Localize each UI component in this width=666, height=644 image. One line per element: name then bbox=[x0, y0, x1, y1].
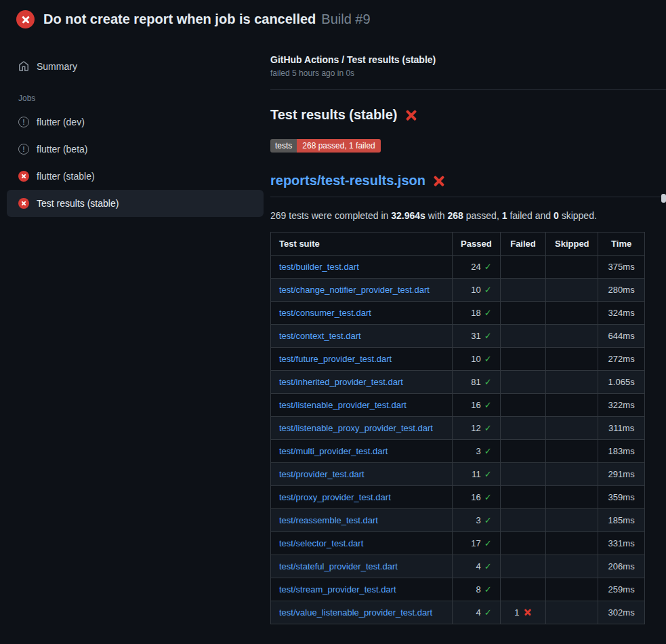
passed-count: 16 bbox=[471, 400, 480, 410]
check-icon: ✓ bbox=[484, 262, 492, 272]
skipped-cell bbox=[546, 302, 598, 325]
suite-cell: test/reassemble_test.dart bbox=[271, 509, 453, 532]
skipped-cell bbox=[546, 532, 598, 555]
passed-count: 24 bbox=[471, 262, 480, 272]
suite-cell: test/proxy_provider_test.dart bbox=[271, 486, 453, 509]
suite-link[interactable]: test/reassemble_test.dart bbox=[279, 515, 378, 525]
table-row: test/change_notifier_provider_test.dart1… bbox=[271, 279, 645, 302]
time-cell: 302ms bbox=[598, 601, 645, 624]
skipped-cell bbox=[546, 486, 598, 509]
build-failed-icon bbox=[16, 10, 35, 28]
time-cell: 331ms bbox=[598, 532, 645, 555]
skipped-cell bbox=[546, 463, 598, 486]
table-row: test/multi_provider_test.dart3✓183ms bbox=[271, 440, 645, 463]
build-title: Do not create report when job is cancell… bbox=[43, 12, 316, 27]
passed-count: 11 bbox=[472, 469, 481, 479]
failed-cell bbox=[500, 394, 546, 417]
sidebar-item-flutter-dev[interactable]: flutter (dev) bbox=[7, 108, 264, 136]
passed-count: 17 bbox=[471, 538, 480, 548]
summary-text: failed and bbox=[507, 210, 554, 221]
passed-cell: 31✓ bbox=[453, 325, 501, 348]
build-header: Do not create report when job is cancell… bbox=[0, 0, 666, 38]
check-icon: ✓ bbox=[484, 446, 492, 456]
summary-line: 269 tests were completed in 32.964s with… bbox=[270, 210, 666, 221]
run-status-line: failed 5 hours ago in 0s bbox=[270, 68, 666, 78]
check-title: Test results (stable) bbox=[270, 107, 397, 123]
suite-cell: test/multi_provider_test.dart bbox=[271, 440, 453, 463]
suite-link[interactable]: test/builder_test.dart bbox=[279, 262, 359, 272]
suite-cell: test/listenable_proxy_provider_test.dart bbox=[271, 417, 453, 440]
suite-cell: test/stateful_provider_test.dart bbox=[271, 555, 453, 578]
passed-cell: 18✓ bbox=[453, 302, 501, 325]
suite-link[interactable]: test/listenable_provider_test.dart bbox=[279, 400, 407, 410]
sidebar-item-flutter-stable[interactable]: flutter (stable) bbox=[7, 163, 264, 190]
suite-link[interactable]: test/consumer_test.dart bbox=[279, 308, 371, 318]
check-icon: ✓ bbox=[484, 285, 492, 295]
failed-cell bbox=[500, 509, 546, 532]
check-icon: ✓ bbox=[484, 607, 492, 618]
check-icon: ✓ bbox=[484, 354, 492, 364]
summary-text: skipped. bbox=[559, 210, 597, 221]
failed-cell bbox=[500, 371, 546, 394]
tests-badge: tests 268 passed, 1 failed bbox=[270, 139, 381, 153]
failed-cell bbox=[500, 578, 546, 601]
skipped-cell bbox=[546, 417, 598, 440]
passed-cell: 4✓ bbox=[453, 601, 501, 624]
passed-count: 10 bbox=[471, 285, 480, 295]
sidebar-item-label: flutter (stable) bbox=[37, 171, 95, 182]
table-row: test/listenable_provider_test.dart16✓322… bbox=[271, 394, 645, 417]
scrollbar-thumb[interactable] bbox=[661, 194, 666, 203]
passed-count: 31 bbox=[471, 331, 480, 341]
report-file-link[interactable]: reports/test-results.json bbox=[270, 173, 425, 188]
test-results-table: Test suite Passed Failed Skipped Time te… bbox=[270, 232, 645, 624]
suite-link[interactable]: test/listenable_proxy_provider_test.dart bbox=[279, 423, 433, 433]
summary-text: 269 tests were completed in bbox=[270, 210, 391, 221]
time-cell: 359ms bbox=[598, 486, 645, 509]
passed-cell: 10✓ bbox=[453, 348, 501, 371]
failed-cell bbox=[500, 555, 546, 578]
suite-link[interactable]: test/inherited_provider_test.dart bbox=[279, 377, 403, 387]
sidebar-item-summary[interactable]: Summary bbox=[7, 53, 264, 80]
passed-count: 12 bbox=[471, 423, 480, 433]
suite-cell: test/context_test.dart bbox=[271, 325, 453, 348]
failed-cell bbox=[500, 256, 546, 279]
cross-icon bbox=[524, 608, 532, 616]
suite-link[interactable]: test/selector_test.dart bbox=[279, 538, 363, 548]
failed-cross-icon bbox=[404, 108, 417, 121]
summary-failed-count: 1 bbox=[502, 210, 507, 221]
sidebar-item-test-results-stable[interactable]: Test results (stable) bbox=[7, 190, 264, 217]
suite-link[interactable]: test/provider_test.dart bbox=[279, 469, 365, 479]
suite-link[interactable]: test/proxy_provider_test.dart bbox=[279, 492, 391, 502]
badge-label: tests bbox=[270, 139, 297, 153]
sidebar-item-flutter-beta[interactable]: flutter (beta) bbox=[7, 136, 264, 163]
passed-cell: 12✓ bbox=[453, 417, 501, 440]
suite-link[interactable]: test/multi_provider_test.dart bbox=[279, 446, 388, 456]
column-header-test-suite: Test suite bbox=[271, 233, 453, 256]
suite-link[interactable]: test/context_test.dart bbox=[279, 331, 361, 341]
failed-cell bbox=[500, 463, 546, 486]
passed-cell: 17✓ bbox=[453, 532, 501, 555]
passed-cell: 3✓ bbox=[453, 440, 501, 463]
failed-cross-icon bbox=[433, 174, 446, 187]
suite-link[interactable]: test/stream_provider_test.dart bbox=[279, 584, 396, 595]
suite-cell: test/stream_provider_test.dart bbox=[271, 578, 453, 601]
check-icon: ✓ bbox=[484, 538, 492, 548]
suite-link[interactable]: test/stateful_provider_test.dart bbox=[279, 561, 398, 571]
suite-link[interactable]: test/value_listenable_provider_test.dart bbox=[279, 607, 432, 618]
check-icon: ✓ bbox=[484, 469, 492, 479]
suite-link[interactable]: test/future_provider_test.dart bbox=[279, 354, 392, 364]
suite-cell: test/change_notifier_provider_test.dart bbox=[271, 279, 453, 302]
passed-count: 8 bbox=[476, 584, 480, 595]
skipped-cell bbox=[546, 279, 598, 302]
passed-cell: 16✓ bbox=[453, 394, 501, 417]
suite-link[interactable]: test/change_notifier_provider_test.dart bbox=[279, 285, 430, 295]
time-cell: 322ms bbox=[598, 394, 645, 417]
column-header-skipped: Skipped bbox=[546, 233, 598, 256]
jobs-list: flutter (dev)flutter (beta)flutter (stab… bbox=[0, 108, 270, 217]
check-icon: ✓ bbox=[484, 377, 492, 387]
home-icon bbox=[18, 61, 29, 72]
time-cell: 206ms bbox=[598, 555, 645, 578]
sidebar: Summary Jobs flutter (dev)flutter (beta)… bbox=[0, 38, 270, 217]
summary-skipped-count: 0 bbox=[554, 210, 559, 221]
suite-cell: test/listenable_provider_test.dart bbox=[271, 394, 453, 417]
